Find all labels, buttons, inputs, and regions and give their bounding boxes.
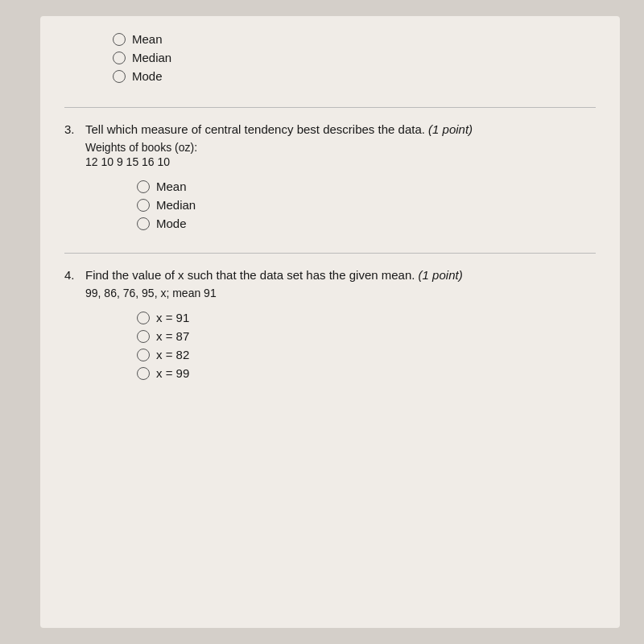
top-options-section: Mean Median Mode — [64, 32, 596, 83]
question-4-block: 4. Find the value of x such that the dat… — [64, 268, 596, 380]
question-3-text: Tell which measure of central tendency b… — [85, 122, 473, 136]
q4-option-91[interactable]: x = 91 — [137, 311, 596, 324]
divider-1 — [64, 107, 596, 108]
page-content: Mean Median Mode 3. Tell which measure o… — [40, 16, 620, 628]
q3-radio-median[interactable] — [137, 199, 150, 212]
q3-radio-mode[interactable] — [137, 217, 150, 230]
q4-option-91-label: x = 91 — [156, 311, 189, 324]
q4-option-99[interactable]: x = 99 — [137, 366, 596, 380]
radio-mean-top[interactable] — [113, 33, 126, 46]
question-4-number: 4. — [64, 268, 80, 282]
q4-radio-87[interactable] — [137, 330, 150, 343]
q3-radio-mean[interactable] — [137, 180, 150, 193]
q3-option-median[interactable]: Median — [137, 198, 596, 212]
question-4-data-values: 99, 86, 76, 95, x; mean 91 — [85, 287, 596, 299]
q4-option-87[interactable]: x = 87 — [137, 329, 596, 343]
radio-mode-top[interactable] — [113, 70, 126, 83]
q4-option-87-label: x = 87 — [156, 329, 189, 343]
divider-2 — [64, 253, 596, 254]
question-3-data-label: Weights of books (oz): — [85, 141, 596, 154]
option-mean-top[interactable]: Mean — [113, 32, 596, 46]
q4-option-82[interactable]: x = 82 — [137, 348, 596, 361]
question-3-number: 3. — [64, 122, 80, 136]
question-3-points: (1 point) — [428, 122, 473, 136]
q3-option-mode[interactable]: Mode — [137, 217, 596, 230]
question-4-points: (1 point) — [419, 268, 463, 282]
question-4-header: 4. Find the value of x such that the dat… — [64, 268, 596, 282]
question-3-data: Weights of books (oz): 12 10 9 15 16 10 — [85, 141, 596, 168]
q4-radio-91[interactable] — [137, 312, 150, 324]
option-median-top-label: Median — [132, 51, 171, 64]
q4-option-82-label: x = 82 — [156, 348, 189, 361]
question-3-header: 3. Tell which measure of central tendenc… — [64, 122, 596, 136]
radio-median-top[interactable] — [113, 52, 126, 64]
option-mode-top[interactable]: Mode — [113, 69, 596, 83]
q4-radio-82[interactable] — [137, 349, 150, 361]
option-mean-top-label: Mean — [132, 32, 163, 46]
question-3-data-values: 12 10 9 15 16 10 — [85, 155, 596, 168]
q3-option-mode-label: Mode — [156, 217, 187, 230]
option-mode-top-label: Mode — [132, 69, 163, 83]
question-3-options: Mean Median Mode — [64, 180, 596, 230]
question-4-text: Find the value of x such that the data s… — [85, 268, 463, 282]
question-4-data: 99, 86, 76, 95, x; mean 91 — [85, 287, 596, 299]
question-3-block: 3. Tell which measure of central tendenc… — [64, 122, 596, 230]
q3-option-mean-label: Mean — [156, 180, 187, 193]
q4-radio-99[interactable] — [137, 367, 150, 380]
q4-option-99-label: x = 99 — [156, 366, 189, 380]
question-4-options: x = 91 x = 87 x = 82 x = 99 — [64, 311, 596, 380]
q3-option-median-label: Median — [156, 198, 196, 212]
q3-option-mean[interactable]: Mean — [137, 180, 596, 193]
option-median-top[interactable]: Median — [113, 51, 596, 64]
